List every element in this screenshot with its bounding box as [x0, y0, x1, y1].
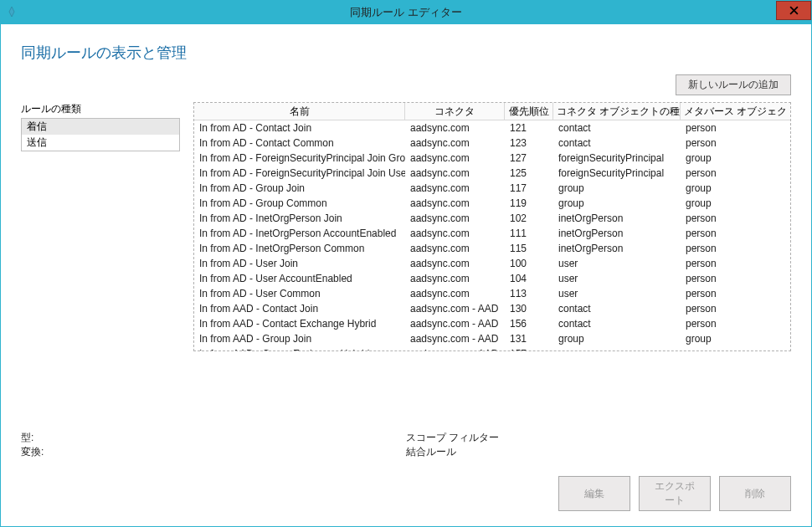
cell-precedence: 125	[505, 167, 553, 179]
cell-precedence: 115	[505, 243, 553, 254]
table-row[interactable]: In from AD - Contact Joinaadsync.com121c…	[194, 120, 790, 136]
table-row[interactable]: In from AD - InetOrgPerson AccountEnable…	[194, 226, 790, 241]
cell-metaverse-obj: group	[681, 348, 789, 350]
table-row[interactable]: In from AD - Contact Commonaadsync.com12…	[194, 136, 790, 151]
cell-connector: aadsync.com	[405, 243, 505, 254]
cell-connector: aadsync.com - AAD	[405, 318, 505, 330]
cell-metaverse-obj: person	[681, 288, 789, 299]
table-row[interactable]: In from AAD - Group Exchange Hybridaadsy…	[194, 346, 790, 350]
body: 同期ルールの表示と管理 新しいルールの追加 ルールの種類 着信送信 名前 コネク…	[1, 24, 811, 526]
close-icon	[789, 6, 799, 15]
table-row[interactable]: In from AAD - Contact Exchange Hybridaad…	[194, 316, 790, 331]
col-header-precedence[interactable]: 優先順位	[505, 103, 553, 120]
top-toolbar: 新しいルールの追加	[21, 74, 791, 95]
cell-precedence: 104	[505, 273, 553, 284]
cell-name: In from AD - Group Common	[194, 197, 405, 209]
scope-filter-label: スコープ フィルター	[406, 431, 791, 445]
cell-precedence: 156	[505, 318, 553, 330]
close-button[interactable]	[776, 1, 811, 20]
titlebar: 同期ルール エディター	[1, 1, 811, 24]
table-row[interactable]: In from AD - User Joinaadsync.com100user…	[194, 256, 790, 271]
app-icon	[6, 6, 19, 19]
cell-connector-obj: inetOrgPerson	[553, 243, 681, 254]
table-row[interactable]: In from AAD - Contact Joinaadsync.com - …	[194, 301, 790, 316]
cell-name: In from AAD - Group Exchange Hybrid	[194, 348, 405, 350]
cell-connector: aadsync.com	[405, 182, 505, 194]
cell-precedence: 113	[505, 288, 553, 299]
cell-metaverse-obj: group	[681, 197, 789, 209]
cell-connector-obj: user	[553, 258, 681, 269]
rule-type-list[interactable]: 着信送信	[21, 118, 180, 151]
table-row[interactable]: In from AD - ForeignSecurityPrincipal Jo…	[194, 151, 790, 166]
footer: 型: 変換: スコープ フィルター 結合ルール 編集 エクスポート 削除	[21, 431, 791, 511]
cell-connector-obj: foreignSecurityPrincipal	[553, 152, 681, 164]
rule-type-item[interactable]: 着信	[22, 119, 179, 135]
col-header-connector-obj[interactable]: コネクタ オブジェクトの種類	[553, 103, 681, 120]
table-row[interactable]: In from AD - InetOrgPerson Joinaadsync.c…	[194, 211, 790, 226]
cell-name: In from AAD - Contact Join	[194, 303, 405, 315]
cell-connector-obj: group	[553, 333, 681, 345]
col-header-name[interactable]: 名前	[194, 103, 405, 120]
cell-connector-obj: group	[553, 182, 681, 194]
cell-connector-obj: inetOrgPerson	[553, 228, 681, 239]
window-title: 同期ルール エディター	[350, 5, 462, 20]
grid-header: 名前 コネクタ 優先順位 コネクタ オブジェクトの種類 メタバース オブジェクト…	[194, 103, 790, 120]
cell-metaverse-obj: group	[681, 333, 789, 345]
cell-connector: aadsync.com	[405, 273, 505, 284]
cell-precedence: 100	[505, 258, 553, 269]
cell-connector: aadsync.com	[405, 197, 505, 209]
grid-body[interactable]: In from AD - Contact Joinaadsync.com121c…	[194, 120, 790, 350]
col-header-metaverse-obj[interactable]: メタバース オブジェクトの種類	[681, 103, 789, 120]
cell-metaverse-obj: person	[681, 228, 789, 239]
rule-type-panel: ルールの種類 着信送信	[21, 102, 180, 384]
col-header-connector[interactable]: コネクタ	[405, 103, 505, 120]
cell-name: In from AD - User Join	[194, 258, 405, 269]
cell-connector-obj: inetOrgPerson	[553, 212, 681, 224]
cell-name: In from AD - ForeignSecurityPrincipal Jo…	[194, 152, 405, 164]
cell-name: In from AD - InetOrgPerson AccountEnable…	[194, 228, 405, 239]
cell-name: In from AD - User Common	[194, 288, 405, 299]
footer-left: 型: 変換:	[21, 431, 406, 459]
cell-precedence: 117	[505, 182, 553, 194]
cell-metaverse-obj: person	[681, 212, 789, 224]
cell-connector-obj: contact	[553, 303, 681, 315]
cell-precedence: 119	[505, 197, 553, 209]
cell-connector: aadsync.com	[405, 152, 505, 164]
cell-metaverse-obj: person	[681, 137, 789, 149]
table-row[interactable]: In from AAD - Group Joinaadsync.com - AA…	[194, 331, 790, 346]
delete-button[interactable]: 削除	[719, 476, 791, 511]
export-button[interactable]: エクスポート	[639, 476, 711, 511]
table-row[interactable]: In from AD - User AccountEnabledaadsync.…	[194, 271, 790, 286]
cell-name: In from AD - Contact Common	[194, 137, 405, 149]
cell-precedence: 127	[505, 152, 553, 164]
cell-connector-obj: user	[553, 273, 681, 284]
table-row[interactable]: In from AD - User Commonaadsync.com113us…	[194, 286, 790, 301]
cell-connector: aadsync.com	[405, 167, 505, 179]
cell-metaverse-obj: group	[681, 152, 789, 164]
cell-metaverse-obj: person	[681, 318, 789, 330]
cell-connector: aadsync.com	[405, 137, 505, 149]
cell-connector: aadsync.com	[405, 258, 505, 269]
type-label: 型:	[21, 431, 406, 445]
cell-connector-obj: foreignSecurityPrincipal	[553, 167, 681, 179]
cell-precedence: 111	[505, 228, 553, 239]
cell-connector: aadsync.com - AAD	[405, 333, 505, 345]
cell-precedence: 157	[505, 348, 553, 350]
cell-connector: aadsync.com	[405, 212, 505, 224]
cell-connector: aadsync.com	[405, 228, 505, 239]
cell-metaverse-obj: person	[681, 303, 789, 315]
cell-precedence: 123	[505, 137, 553, 149]
table-row[interactable]: In from AD - Group Joinaadsync.com117gro…	[194, 181, 790, 196]
table-row[interactable]: In from AD - InetOrgPerson Commonaadsync…	[194, 241, 790, 256]
edit-button[interactable]: 編集	[558, 476, 630, 511]
footer-right: スコープ フィルター 結合ルール	[406, 431, 791, 459]
table-row[interactable]: In from AD - ForeignSecurityPrincipal Jo…	[194, 166, 790, 181]
table-row[interactable]: In from AD - Group Commonaadsync.com119g…	[194, 196, 790, 211]
cell-connector: aadsync.com	[405, 288, 505, 299]
add-rule-button[interactable]: 新しいルールの追加	[676, 74, 791, 95]
cell-connector: aadsync.com - AAD	[405, 348, 505, 350]
cell-name: In from AD - InetOrgPerson Common	[194, 243, 405, 254]
rule-type-item[interactable]: 送信	[22, 135, 179, 151]
cell-metaverse-obj: person	[681, 258, 789, 269]
main-area: ルールの種類 着信送信 名前 コネクタ 優先順位 コネクタ オブジェクトの種類 …	[21, 102, 791, 384]
